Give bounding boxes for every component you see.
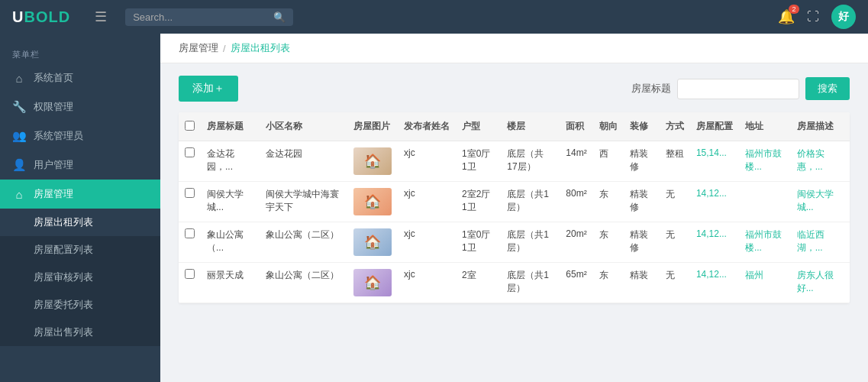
cell-decoration: 精装修 bbox=[624, 182, 660, 222]
sidebar-item-admin-label: 系统管理员 bbox=[34, 129, 83, 143]
cell-community: 闽侯大学城中海寰宇天下 bbox=[260, 182, 347, 222]
cell-direction: 西 bbox=[593, 141, 624, 182]
navbar-right: 🔔 2 ⛶ 好 bbox=[778, 5, 856, 29]
table-row: 丽景天成 象山公寓（二区） 🏠 xjc 2室 底层（共1层） 65m² 东 精装… bbox=[179, 263, 850, 303]
sidebar-item-home[interactable]: ⌂ 系统首页 bbox=[0, 63, 160, 92]
config-link[interactable]: 14,12... bbox=[696, 188, 727, 199]
navbar: UBOLD ☰ 🔍 🔔 2 ⛶ 好 bbox=[0, 0, 868, 34]
cell-address: 福州市鼓楼... bbox=[739, 141, 791, 182]
address-link[interactable]: 福州市鼓楼... bbox=[745, 148, 782, 172]
cell-publisher: xjc bbox=[398, 263, 456, 303]
house-image: 🏠 bbox=[353, 147, 392, 175]
table-row: 金达花园，... 金达花园 🏠 xjc 1室0厅1卫 底层（共17层） 14m²… bbox=[179, 141, 850, 182]
th-desc: 房屋描述 bbox=[791, 112, 850, 141]
cell-config: 14,12... bbox=[690, 182, 739, 222]
select-all-checkbox[interactable] bbox=[185, 121, 195, 131]
cell-floor: 底层（共1层） bbox=[501, 263, 560, 303]
config-link[interactable]: 15,14... bbox=[696, 147, 727, 158]
cell-image: 🏠 bbox=[347, 182, 398, 222]
desc-link[interactable]: 房东人很好... bbox=[797, 270, 834, 293]
desc-link[interactable]: 临近西湖，... bbox=[797, 229, 824, 253]
sidebar-item-permissions-label: 权限管理 bbox=[34, 100, 73, 114]
house-image: 🏠 bbox=[353, 269, 392, 296]
logo: UBOLD bbox=[12, 8, 70, 26]
cell-address: 福州 bbox=[739, 263, 791, 303]
cell-floor: 底层（共1层） bbox=[501, 182, 560, 222]
th-image: 房屋图片 bbox=[347, 112, 398, 141]
cell-config: 15,14... bbox=[690, 141, 739, 182]
th-area: 面积 bbox=[560, 112, 592, 141]
config-link[interactable]: 14,12... bbox=[696, 269, 727, 280]
row-checkbox[interactable] bbox=[185, 228, 195, 238]
th-title: 房屋标题 bbox=[201, 112, 260, 141]
table-row: 象山公寓（... 象山公寓（二区） 🏠 xjc 1室0厅1卫 底层（共1层） 2… bbox=[179, 222, 850, 263]
sidebar-sub-item-sale-list[interactable]: 房屋出售列表 bbox=[0, 319, 160, 346]
sidebar-sub-item-entrust-list[interactable]: 房屋委托列表 bbox=[0, 291, 160, 319]
address-link[interactable]: 福州市鼓楼... bbox=[745, 229, 782, 253]
table-container: 房屋标题 小区名称 房屋图片 发布者姓名 户型 楼层 面积 朝向 装修 方式 房… bbox=[179, 112, 850, 303]
cell-type: 1室0厅1卫 bbox=[456, 222, 501, 263]
filter-label: 房屋标题 bbox=[631, 82, 671, 96]
sidebar-sub-item-config-list[interactable]: 房屋配置列表 bbox=[0, 236, 160, 264]
cell-image: 🏠 bbox=[347, 141, 398, 182]
cell-area: 14m² bbox=[560, 141, 592, 182]
th-community: 小区名称 bbox=[260, 112, 347, 141]
add-button[interactable]: 添加＋ bbox=[179, 76, 238, 102]
cell-community: 象山公寓（二区） bbox=[260, 222, 347, 263]
sidebar: 菜单栏 ⌂ 系统首页 🔧 权限管理 👥 系统管理员 👤 用户管理 ⌂ 房屋管理 … bbox=[0, 34, 160, 382]
avatar[interactable]: 好 bbox=[831, 5, 856, 29]
search-bar: 🔍 bbox=[125, 8, 293, 26]
cell-title: 闽侯大学城... bbox=[201, 182, 260, 222]
cell-floor: 底层（共17层） bbox=[501, 141, 560, 182]
breadcrumb-parent: 房屋管理 bbox=[179, 41, 218, 55]
notification-bell[interactable]: 🔔 2 bbox=[778, 8, 795, 25]
table-header: 房屋标题 小区名称 房屋图片 发布者姓名 户型 楼层 面积 朝向 装修 方式 房… bbox=[179, 112, 850, 141]
th-config: 房屋配置 bbox=[690, 112, 739, 141]
row-checkbox-cell bbox=[179, 182, 201, 222]
row-checkbox[interactable] bbox=[185, 147, 195, 157]
cell-image: 🏠 bbox=[347, 263, 398, 303]
wrench-icon: 🔧 bbox=[12, 100, 26, 114]
cell-method: 无 bbox=[660, 263, 690, 303]
people-icon: 👥 bbox=[12, 129, 26, 143]
desc-link[interactable]: 价格实惠，... bbox=[797, 148, 824, 172]
table-body: 金达花园，... 金达花园 🏠 xjc 1室0厅1卫 底层（共17层） 14m²… bbox=[179, 141, 850, 303]
filter-input[interactable] bbox=[677, 79, 799, 99]
address-link[interactable]: 福州 bbox=[745, 270, 763, 280]
sidebar-item-users[interactable]: 👤 用户管理 bbox=[0, 151, 160, 180]
desc-link[interactable]: 闽侯大学城... bbox=[797, 189, 834, 212]
cell-community: 象山公寓（二区） bbox=[260, 263, 347, 303]
sidebar-item-permissions[interactable]: 🔧 权限管理 bbox=[0, 92, 160, 121]
main-content: 房屋管理 / 房屋出租列表 添加＋ 房屋标题 搜索 bbox=[160, 34, 868, 382]
search-input[interactable] bbox=[133, 11, 269, 23]
th-type: 户型 bbox=[456, 112, 501, 141]
fullscreen-button[interactable]: ⛶ bbox=[807, 10, 819, 24]
row-checkbox[interactable] bbox=[185, 269, 195, 279]
th-decoration: 装修 bbox=[624, 112, 660, 141]
th-direction: 朝向 bbox=[593, 112, 624, 141]
cell-desc: 临近西湖，... bbox=[791, 222, 850, 263]
cell-decoration: 精装修 bbox=[624, 222, 660, 263]
content-area: 添加＋ 房屋标题 搜索 房屋标题 小区名称 房屋图片 bbox=[160, 63, 868, 316]
th-address: 地址 bbox=[739, 112, 791, 141]
sidebar-group-house-header[interactable]: ⌂ 房屋管理 bbox=[0, 180, 160, 209]
row-checkbox[interactable] bbox=[185, 188, 195, 198]
sidebar-sub-item-rental-list[interactable]: 房屋出租列表 bbox=[0, 209, 160, 236]
row-checkbox-cell bbox=[179, 141, 201, 182]
cell-direction: 东 bbox=[593, 222, 624, 263]
sidebar-sub-item-audit-list[interactable]: 房屋审核列表 bbox=[0, 264, 160, 291]
breadcrumb: 房屋管理 / 房屋出租列表 bbox=[160, 34, 868, 63]
cell-desc: 房东人很好... bbox=[791, 263, 850, 303]
search-button[interactable]: 搜索 bbox=[805, 77, 850, 100]
menu-toggle[interactable]: ☰ bbox=[89, 5, 113, 28]
cell-area: 65m² bbox=[560, 263, 592, 303]
cell-method: 无 bbox=[660, 182, 690, 222]
cell-title: 丽景天成 bbox=[201, 263, 260, 303]
house-group-icon: ⌂ bbox=[12, 188, 26, 201]
sidebar-item-admin[interactable]: 👥 系统管理员 bbox=[0, 121, 160, 151]
cell-desc: 价格实惠，... bbox=[791, 141, 850, 182]
cell-direction: 东 bbox=[593, 263, 624, 303]
sidebar-item-home-label: 系统首页 bbox=[34, 71, 73, 85]
config-link[interactable]: 14,12... bbox=[696, 228, 727, 239]
cell-image: 🏠 bbox=[347, 222, 398, 263]
